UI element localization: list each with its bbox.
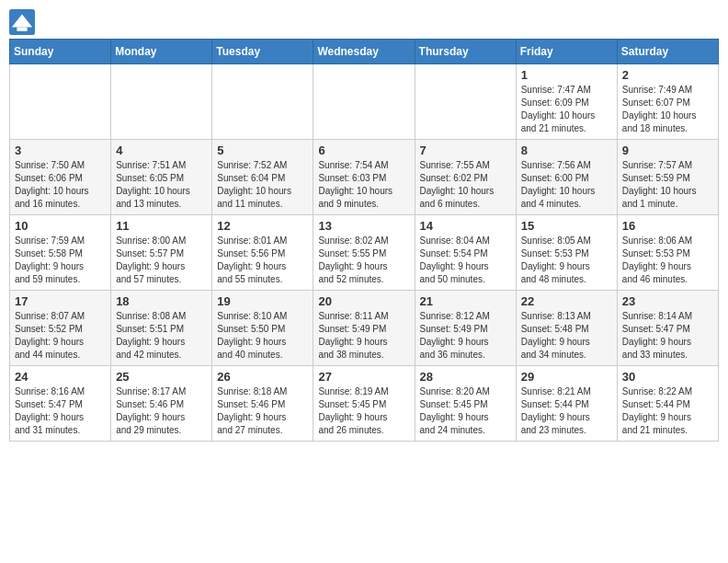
calendar-cell: 14Sunrise: 8:04 AM Sunset: 5:54 PM Dayli…: [415, 215, 516, 291]
calendar-cell: 24Sunrise: 8:16 AM Sunset: 5:47 PM Dayli…: [10, 366, 111, 442]
day-info: Sunrise: 7:54 AM Sunset: 6:03 PM Dayligh…: [318, 159, 409, 211]
calendar-cell: 25Sunrise: 8:17 AM Sunset: 5:46 PM Dayli…: [111, 366, 212, 442]
day-number: 8: [521, 144, 612, 157]
calendar-cell: 3Sunrise: 7:50 AM Sunset: 6:06 PM Daylig…: [10, 140, 111, 215]
day-info: Sunrise: 8:12 AM Sunset: 5:49 PM Dayligh…: [420, 310, 511, 362]
day-info: Sunrise: 8:14 AM Sunset: 5:47 PM Dayligh…: [622, 310, 713, 362]
calendar-week-3: 10Sunrise: 7:59 AM Sunset: 5:58 PM Dayli…: [10, 215, 719, 291]
day-number: 28: [420, 370, 511, 384]
calendar-cell: 17Sunrise: 8:07 AM Sunset: 5:52 PM Dayli…: [10, 291, 111, 366]
calendar-cell: 27Sunrise: 8:19 AM Sunset: 5:45 PM Dayli…: [313, 366, 415, 442]
weekday-header-friday: Friday: [516, 40, 617, 64]
logo-icon: [9, 9, 35, 35]
day-info: Sunrise: 8:17 AM Sunset: 5:46 PM Dayligh…: [116, 385, 207, 437]
day-number: 21: [420, 294, 511, 308]
day-number: 4: [116, 144, 207, 157]
day-info: Sunrise: 8:07 AM Sunset: 5:52 PM Dayligh…: [15, 310, 106, 362]
day-info: Sunrise: 8:04 AM Sunset: 5:54 PM Dayligh…: [420, 235, 511, 286]
calendar-cell: 13Sunrise: 8:02 AM Sunset: 5:55 PM Dayli…: [313, 215, 415, 291]
weekday-header-row: SundayMondayTuesdayWednesdayThursdayFrid…: [10, 40, 719, 64]
day-info: Sunrise: 8:11 AM Sunset: 5:49 PM Dayligh…: [318, 310, 409, 362]
day-info: Sunrise: 8:16 AM Sunset: 5:47 PM Dayligh…: [15, 385, 106, 437]
calendar-cell: 9Sunrise: 7:57 AM Sunset: 5:59 PM Daylig…: [617, 140, 718, 215]
day-number: 23: [622, 294, 713, 308]
calendar-cell: 2Sunrise: 7:49 AM Sunset: 6:07 PM Daylig…: [617, 64, 718, 140]
calendar-cell: 16Sunrise: 8:06 AM Sunset: 5:53 PM Dayli…: [617, 215, 718, 291]
calendar-cell: 26Sunrise: 8:18 AM Sunset: 5:46 PM Dayli…: [212, 366, 313, 442]
calendar-cell: 20Sunrise: 8:11 AM Sunset: 5:49 PM Dayli…: [313, 291, 415, 366]
calendar-cell: 10Sunrise: 7:59 AM Sunset: 5:58 PM Dayli…: [10, 215, 111, 291]
day-info: Sunrise: 7:55 AM Sunset: 6:02 PM Dayligh…: [420, 159, 511, 211]
day-info: Sunrise: 7:52 AM Sunset: 6:04 PM Dayligh…: [217, 159, 308, 211]
weekday-header-tuesday: Tuesday: [212, 40, 313, 64]
day-info: Sunrise: 8:06 AM Sunset: 5:53 PM Dayligh…: [622, 235, 713, 286]
day-number: 20: [318, 294, 409, 308]
day-number: 3: [15, 144, 106, 157]
logo: [9, 9, 39, 35]
calendar-table: SundayMondayTuesdayWednesdayThursdayFrid…: [9, 39, 719, 442]
calendar-cell: 19Sunrise: 8:10 AM Sunset: 5:50 PM Dayli…: [212, 291, 313, 366]
calendar-cell: 6Sunrise: 7:54 AM Sunset: 6:03 PM Daylig…: [313, 140, 415, 215]
day-number: 2: [622, 68, 713, 82]
day-number: 29: [521, 370, 612, 384]
calendar-cell: 18Sunrise: 8:08 AM Sunset: 5:51 PM Dayli…: [111, 291, 212, 366]
day-info: Sunrise: 8:21 AM Sunset: 5:44 PM Dayligh…: [521, 385, 612, 437]
calendar-cell: 22Sunrise: 8:13 AM Sunset: 5:48 PM Dayli…: [516, 291, 617, 366]
day-number: 9: [622, 144, 713, 157]
day-number: 30: [622, 370, 713, 384]
calendar-cell: 8Sunrise: 7:56 AM Sunset: 6:00 PM Daylig…: [516, 140, 617, 215]
day-number: 18: [116, 294, 207, 308]
svg-rect-2: [17, 28, 27, 31]
calendar-cell: 7Sunrise: 7:55 AM Sunset: 6:02 PM Daylig…: [415, 140, 516, 215]
day-info: Sunrise: 8:19 AM Sunset: 5:45 PM Dayligh…: [318, 385, 409, 437]
weekday-header-sunday: Sunday: [10, 40, 111, 64]
page-header: [9, 9, 719, 35]
day-number: 25: [116, 370, 207, 384]
day-number: 26: [217, 370, 308, 384]
day-info: Sunrise: 8:05 AM Sunset: 5:53 PM Dayligh…: [521, 235, 612, 286]
day-number: 13: [318, 219, 409, 233]
day-number: 22: [521, 294, 612, 308]
day-info: Sunrise: 8:02 AM Sunset: 5:55 PM Dayligh…: [318, 235, 409, 286]
day-info: Sunrise: 8:20 AM Sunset: 5:45 PM Dayligh…: [420, 385, 511, 437]
day-info: Sunrise: 7:50 AM Sunset: 6:06 PM Dayligh…: [15, 159, 106, 211]
calendar-cell: 30Sunrise: 8:22 AM Sunset: 5:44 PM Dayli…: [617, 366, 718, 442]
day-number: 1: [521, 68, 612, 82]
day-number: 12: [217, 219, 308, 233]
calendar-cell: 4Sunrise: 7:51 AM Sunset: 6:05 PM Daylig…: [111, 140, 212, 215]
day-number: 14: [420, 219, 511, 233]
weekday-header-thursday: Thursday: [415, 40, 516, 64]
day-info: Sunrise: 8:18 AM Sunset: 5:46 PM Dayligh…: [217, 385, 308, 437]
day-info: Sunrise: 8:08 AM Sunset: 5:51 PM Dayligh…: [116, 310, 207, 362]
day-info: Sunrise: 7:57 AM Sunset: 5:59 PM Dayligh…: [622, 159, 713, 211]
calendar-cell: 23Sunrise: 8:14 AM Sunset: 5:47 PM Dayli…: [617, 291, 718, 366]
day-info: Sunrise: 8:13 AM Sunset: 5:48 PM Dayligh…: [521, 310, 612, 362]
calendar-cell: [212, 64, 313, 140]
day-number: 5: [217, 144, 308, 157]
calendar-cell: [313, 64, 415, 140]
calendar-cell: [111, 64, 212, 140]
calendar-week-4: 17Sunrise: 8:07 AM Sunset: 5:52 PM Dayli…: [10, 291, 719, 366]
weekday-header-monday: Monday: [111, 40, 212, 64]
day-number: 27: [318, 370, 409, 384]
calendar-cell: 5Sunrise: 7:52 AM Sunset: 6:04 PM Daylig…: [212, 140, 313, 215]
day-info: Sunrise: 8:22 AM Sunset: 5:44 PM Dayligh…: [622, 385, 713, 437]
day-number: 17: [15, 294, 106, 308]
day-number: 16: [622, 219, 713, 233]
calendar-cell: 1Sunrise: 7:47 AM Sunset: 6:09 PM Daylig…: [516, 64, 617, 140]
calendar-week-5: 24Sunrise: 8:16 AM Sunset: 5:47 PM Dayli…: [10, 366, 719, 442]
day-number: 19: [217, 294, 308, 308]
day-number: 7: [420, 144, 511, 157]
weekday-header-saturday: Saturday: [617, 40, 718, 64]
day-number: 15: [521, 219, 612, 233]
calendar-cell: 15Sunrise: 8:05 AM Sunset: 5:53 PM Dayli…: [516, 215, 617, 291]
day-number: 6: [318, 144, 409, 157]
calendar-week-1: 1Sunrise: 7:47 AM Sunset: 6:09 PM Daylig…: [10, 64, 719, 140]
weekday-header-wednesday: Wednesday: [313, 40, 415, 64]
calendar-cell: 11Sunrise: 8:00 AM Sunset: 5:57 PM Dayli…: [111, 215, 212, 291]
day-info: Sunrise: 7:49 AM Sunset: 6:07 PM Dayligh…: [622, 84, 713, 135]
calendar-cell: [10, 64, 111, 140]
day-info: Sunrise: 7:47 AM Sunset: 6:09 PM Dayligh…: [521, 84, 612, 135]
day-info: Sunrise: 8:10 AM Sunset: 5:50 PM Dayligh…: [217, 310, 308, 362]
calendar-cell: [415, 64, 516, 140]
